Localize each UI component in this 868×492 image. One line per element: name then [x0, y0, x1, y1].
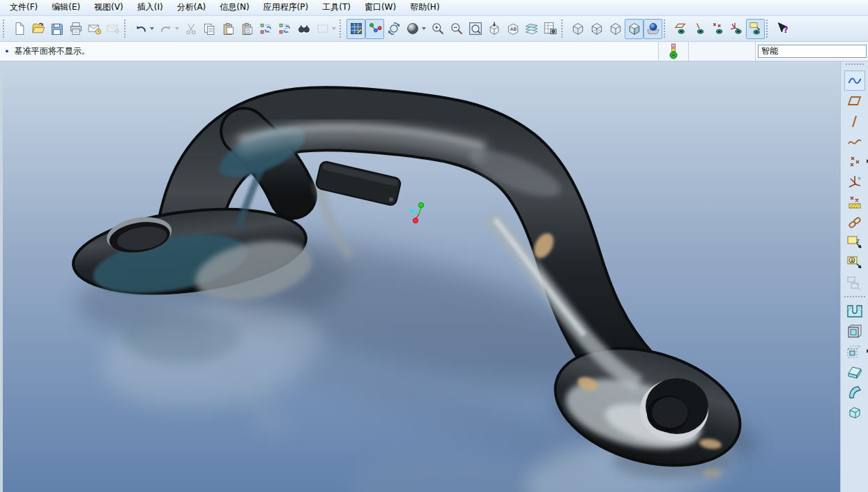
- copy-button[interactable]: [200, 19, 219, 39]
- link-mail-button[interactable]: [104, 19, 123, 39]
- feature-toolbar: Z A: [840, 61, 868, 492]
- line-icon: [847, 114, 862, 129]
- menu-file[interactable]: 文件(F): [3, 0, 45, 15]
- find-button[interactable]: [294, 19, 313, 39]
- line-button[interactable]: [844, 111, 865, 131]
- pad-button[interactable]: [844, 321, 865, 341]
- block-button[interactable]: [844, 402, 865, 422]
- datum-csys-tool-icon: A: [846, 255, 863, 271]
- toolbar-grip[interactable]: [846, 64, 864, 68]
- menu-view[interactable]: 视图(V): [87, 0, 130, 15]
- menu-window[interactable]: 窗口(W): [358, 0, 403, 15]
- toolbar-grip[interactable]: [561, 20, 565, 38]
- true-shading-button[interactable]: [644, 19, 662, 39]
- shaded-view-button[interactable]: [625, 19, 644, 39]
- datum-plane-button[interactable]: Z: [844, 232, 865, 253]
- zoom-window-button[interactable]: [466, 19, 485, 39]
- studio-spline-button[interactable]: [844, 70, 865, 91]
- zoom-out-icon: [450, 22, 464, 36]
- send-mail-button[interactable]: [85, 19, 104, 39]
- toolbar-grip[interactable]: [340, 20, 344, 38]
- zoom-window-icon: [469, 22, 482, 36]
- paste-button[interactable]: [219, 19, 238, 39]
- point-snap-button[interactable]: [365, 19, 384, 39]
- bounded-plane-button[interactable]: [844, 91, 865, 111]
- datum-plane-icon: Z: [846, 234, 863, 251]
- link-mail-icon: [106, 22, 121, 36]
- menu-application[interactable]: 应用程序(P): [257, 0, 316, 15]
- wireframe-dim-edges-button[interactable]: [568, 19, 587, 39]
- nx-application-window: 文件(F) 编辑(E) 视图(V) 插入(I) 分析(A) 信息(N) 应用程序…: [0, 0, 868, 492]
- datum-plane-group-button[interactable]: [844, 273, 865, 293]
- point-set-button[interactable]: [844, 151, 865, 172]
- status-spacer: [689, 42, 755, 61]
- rotate-view-button[interactable]: [384, 19, 403, 39]
- menu-tools[interactable]: 工具(T): [315, 0, 358, 15]
- true-shading-icon: [646, 22, 660, 36]
- cut-button[interactable]: [181, 19, 200, 39]
- toolbar-grip[interactable]: [664, 20, 668, 38]
- point-pattern-button[interactable]: [844, 192, 865, 212]
- context-help-button[interactable]: ?: [773, 19, 792, 39]
- orient-view-icon: [487, 22, 501, 36]
- menu-analysis[interactable]: 分析(A): [170, 0, 213, 15]
- open-folder-button[interactable]: [29, 19, 47, 39]
- join-curve-button[interactable]: [844, 212, 865, 232]
- zoom-in-button[interactable]: [428, 19, 447, 39]
- svg-text:A: A: [851, 258, 854, 264]
- toolbar-grip[interactable]: [766, 20, 770, 38]
- spline-button[interactable]: [844, 131, 865, 151]
- named-views-button[interactable]: AB: [503, 19, 522, 39]
- toolbar-grip[interactable]: [3, 20, 7, 38]
- update-work-part-button[interactable]: [257, 19, 275, 39]
- emboss-block-button[interactable]: [844, 361, 865, 382]
- graphics-window[interactable]: [0, 61, 840, 492]
- undo-dropdown-caret[interactable]: [150, 27, 154, 30]
- show-datum-planes-button[interactable]: [746, 19, 765, 39]
- show-sheets-button[interactable]: [671, 19, 690, 39]
- point-set-icon: [847, 154, 862, 170]
- wireframe-hidden-edges-button[interactable]: [587, 19, 606, 39]
- undo-button[interactable]: [131, 19, 150, 39]
- status-bar: • 基准平面将不显示。: [0, 42, 868, 61]
- slot-button[interactable]: [844, 301, 865, 321]
- status-message: 基准平面将不显示。: [15, 45, 90, 57]
- pocket-button[interactable]: [844, 341, 865, 361]
- redo-button[interactable]: [156, 19, 175, 39]
- paste-icon: [222, 22, 235, 36]
- menu-edit[interactable]: 编辑(E): [45, 0, 87, 15]
- show-curves-icon: [692, 22, 706, 36]
- menu-information[interactable]: 信息(N): [213, 0, 256, 15]
- orient-view-button[interactable]: [485, 19, 503, 39]
- zoom-out-button[interactable]: [447, 19, 466, 39]
- save-button[interactable]: [47, 19, 66, 39]
- selection-scope-input[interactable]: [758, 45, 867, 58]
- sketch-icon: [349, 22, 363, 36]
- show-points-button[interactable]: [708, 19, 727, 39]
- menu-insert[interactable]: 插入(I): [130, 0, 170, 15]
- update-structure-button[interactable]: [275, 19, 294, 39]
- menu-help[interactable]: 帮助(H): [403, 0, 446, 15]
- update-work-part-icon: [259, 22, 273, 36]
- show-points-icon: [711, 22, 725, 36]
- datum-csys-button[interactable]: [844, 172, 865, 192]
- print-button[interactable]: [66, 19, 85, 39]
- show-csys-button[interactable]: [727, 19, 746, 39]
- shaded-sphere-button[interactable]: [403, 19, 422, 39]
- viewport-3d-canvas[interactable]: [3, 61, 840, 492]
- layer-settings-button[interactable]: [522, 19, 541, 39]
- render-style-caret[interactable]: [422, 27, 426, 30]
- show-curves-button[interactable]: [690, 19, 708, 39]
- new-document-button[interactable]: [10, 19, 29, 39]
- redo-dropdown-caret[interactable]: [175, 27, 179, 30]
- sweep-button[interactable]: [844, 382, 865, 402]
- view-snapshot-icon: [543, 22, 558, 36]
- selection-rectangle-button[interactable]: [313, 19, 332, 39]
- toolbar-grip[interactable]: [124, 20, 128, 38]
- selection-dropdown-caret[interactable]: [332, 27, 336, 30]
- sketch-button[interactable]: [347, 19, 365, 39]
- static-wireframe-button[interactable]: [606, 19, 625, 39]
- datum-csys-tool-button[interactable]: A: [844, 253, 865, 273]
- paste-special-button[interactable]: [238, 19, 257, 39]
- view-snapshot-button[interactable]: [541, 19, 560, 39]
